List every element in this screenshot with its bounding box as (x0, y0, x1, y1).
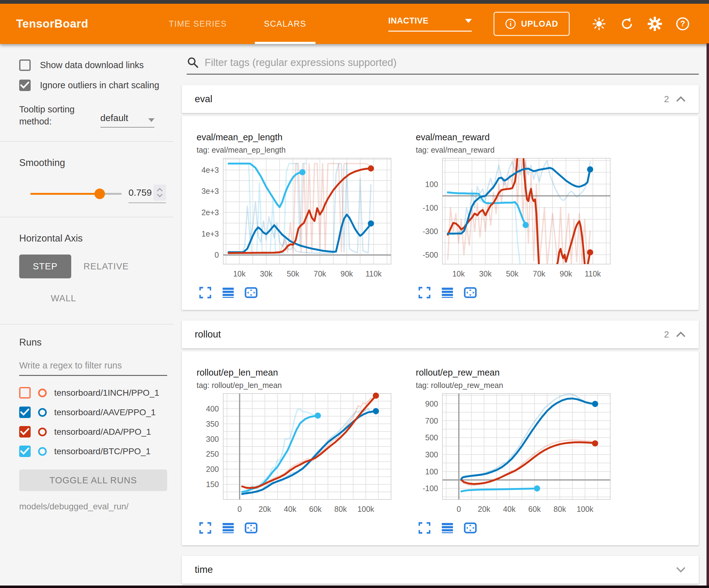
fullscreen-icon[interactable] (418, 521, 431, 535)
horizontal-axis-label: Horizontal Axis (19, 233, 167, 244)
svg-text:40k: 40k (503, 505, 516, 513)
axis-wall-button[interactable]: WALL (38, 286, 88, 310)
filter-tags-input[interactable] (205, 57, 669, 69)
svg-text:-100: -100 (423, 203, 438, 212)
chevron-up-icon[interactable] (676, 96, 686, 102)
ignore-outliers-row[interactable]: Ignore outliers in chart scaling (19, 80, 167, 91)
data-table-icon[interactable] (221, 521, 235, 535)
line-chart[interactable]: 020k40k60k80k100k900700500300100-100 (416, 390, 635, 519)
tab-scalars[interactable]: SCALARS (245, 4, 325, 44)
svg-text:-300: -300 (423, 227, 438, 236)
run-checkbox[interactable] (19, 426, 31, 437)
settings-sidebar: Show data download links Ignore outliers… (0, 44, 174, 586)
data-table-icon[interactable] (221, 286, 235, 300)
chart-title: rollout/ep_len_mean (196, 367, 416, 378)
window-top-edge (0, 0, 709, 4)
runs-filter-input[interactable]: Write a regex to filter runs (19, 360, 167, 376)
svg-text:2e+3: 2e+3 (202, 208, 219, 217)
fit-domain-icon[interactable] (244, 286, 258, 300)
svg-text:700: 700 (425, 416, 438, 425)
fullscreen-icon[interactable] (418, 286, 431, 300)
line-chart[interactable]: 10k30k50k70k90k110k01e+32e+33e+34e+3 (196, 154, 416, 284)
chevron-up-icon[interactable] (676, 331, 686, 338)
section-title: rollout (195, 329, 221, 340)
app-toolbar: TensorBoard TIME SERIES SCALARS INACTIVE… (0, 4, 709, 44)
fullscreen-icon[interactable] (199, 521, 212, 535)
svg-text:400: 400 (206, 404, 219, 413)
smoothing-value-input[interactable]: 0.759 (129, 187, 152, 198)
svg-text:-500: -500 (423, 251, 438, 259)
line-chart[interactable]: 020k40k60k80k100k150200250300350400 (196, 390, 416, 519)
svg-text:90k: 90k (341, 270, 353, 278)
refresh-icon[interactable] (620, 17, 634, 31)
run-checkbox[interactable] (19, 407, 31, 418)
scalars-dashboard: eval 2 eval/mean_ep_length tag: eval/mea… (174, 44, 707, 586)
svg-text:100: 100 (425, 467, 438, 476)
data-status-select[interactable]: INACTIVE (388, 16, 472, 32)
svg-text:40k: 40k (284, 505, 297, 513)
run-label: tensorboard/BTC/PPO_1 (54, 446, 151, 456)
run-row[interactable]: tensorboard/BTC/PPO_1 (19, 445, 167, 457)
toggle-all-runs-button[interactable]: TOGGLE ALL RUNS (19, 469, 167, 491)
chart-rollout-ep-len-mean: rollout/ep_len_mean tag: rollout/ep_len_… (196, 367, 416, 535)
ignore-outliers-label: Ignore outliers in chart scaling (40, 80, 159, 91)
upload-button[interactable]: UPLOAD (494, 12, 570, 36)
svg-text:0: 0 (215, 251, 219, 259)
window-bottom-edge (0, 586, 709, 588)
section-title: time (195, 564, 213, 575)
data-table-icon[interactable] (441, 286, 454, 300)
fullscreen-icon[interactable] (199, 286, 212, 300)
eval-charts-card: eval/mean_ep_length tag: eval/mean_ep_le… (182, 116, 699, 310)
axis-relative-button[interactable]: RELATIVE (71, 255, 141, 278)
svg-text:500: 500 (425, 433, 438, 442)
smoothing-slider[interactable] (30, 193, 122, 195)
section-header-time[interactable]: time (182, 556, 699, 584)
runs-title: Runs (19, 337, 167, 348)
section-header-rollout[interactable]: rollout 2 (182, 321, 699, 348)
data-table-icon[interactable] (441, 521, 454, 535)
run-label: tensorboard/ADA/PPO_1 (54, 427, 151, 437)
svg-text:150: 150 (206, 480, 219, 489)
svg-text:4e+3: 4e+3 (202, 165, 219, 174)
svg-text:90k: 90k (560, 270, 573, 278)
chart-tag: tag: eval/mean_reward (416, 146, 635, 154)
run-row[interactable]: tensorboard/AAVE/PPO_1 (19, 407, 167, 418)
svg-text:100: 100 (425, 180, 438, 188)
run-color-swatch (38, 447, 47, 456)
svg-text:110k: 110k (584, 270, 601, 278)
svg-text:0: 0 (237, 505, 242, 513)
chart-eval-mean-reward: eval/mean_reward tag: eval/mean_reward 1… (416, 132, 635, 300)
smoothing-slider-knob[interactable] (95, 188, 105, 199)
run-label: tensorboard/AAVE/PPO_1 (54, 408, 156, 417)
chart-tag: tag: rollout/ep_len_mean (196, 381, 416, 390)
smoothing-stepper[interactable] (154, 184, 166, 201)
smoothing-label: Smoothing (19, 157, 167, 169)
ignore-outliers-checkbox[interactable] (19, 80, 31, 91)
show-download-links-row[interactable]: Show data download links (19, 59, 167, 71)
fit-domain-icon[interactable] (464, 286, 477, 300)
chart-title: eval/mean_ep_length (196, 132, 416, 143)
tab-time-series[interactable]: TIME SERIES (150, 4, 245, 44)
tooltip-sorting-label: Tooltip sorting method: (19, 103, 97, 128)
show-download-links-checkbox[interactable] (19, 59, 31, 71)
fit-domain-icon[interactable] (464, 521, 477, 535)
brightness-icon[interactable] (592, 17, 606, 31)
run-row[interactable]: tensorboard/ADA/PPO_1 (19, 426, 167, 437)
settings-icon[interactable] (648, 17, 662, 31)
svg-text:60k: 60k (309, 505, 322, 513)
section-header-eval[interactable]: eval 2 (182, 85, 699, 113)
chevron-down-icon[interactable] (676, 566, 686, 573)
svg-text:3e+3: 3e+3 (202, 187, 219, 195)
chevron-down-icon (148, 118, 155, 122)
line-chart[interactable]: 10k30k50k70k90k110k100-100-300-500 (416, 154, 635, 284)
run-checkbox[interactable] (19, 445, 31, 457)
run-color-swatch (38, 408, 47, 417)
tooltip-sorting-value: default (100, 113, 128, 123)
run-row[interactable]: tensorboard/1INCH/PPO_1 (19, 387, 167, 399)
fit-domain-icon[interactable] (244, 521, 258, 535)
help-icon[interactable]: ? (676, 17, 690, 31)
axis-step-button[interactable]: STEP (19, 255, 71, 278)
svg-text:50k: 50k (287, 270, 299, 278)
tooltip-sorting-select[interactable]: default (100, 113, 155, 128)
run-checkbox[interactable] (19, 387, 31, 399)
